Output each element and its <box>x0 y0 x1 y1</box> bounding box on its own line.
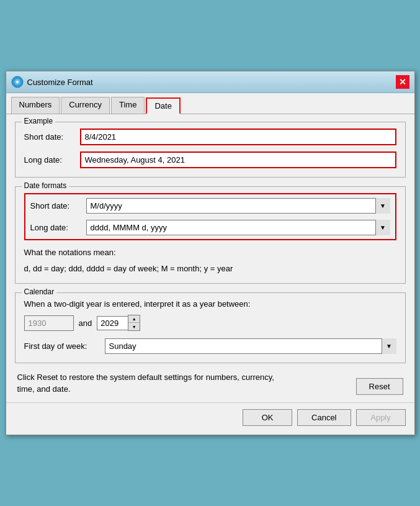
tab-currency[interactable]: Currency <box>61 97 110 114</box>
reset-text: Click Reset to restore the system defaul… <box>17 372 278 394</box>
spin-up-button[interactable]: ▲ <box>128 315 140 323</box>
tab-numbers[interactable]: Numbers <box>11 97 60 114</box>
date-formats-label: Date formats <box>22 181 69 190</box>
tab-time[interactable]: Time <box>111 97 145 114</box>
customize-format-dialog: Customize Format ✕ Numbers Currency Time… <box>6 71 415 435</box>
year-to-input[interactable] <box>97 316 128 330</box>
year-to-spinner: ▲ ▼ <box>97 315 140 331</box>
title-bar-left: Customize Format <box>11 76 93 88</box>
ok-button[interactable]: OK <box>243 409 292 426</box>
tab-bar: Numbers Currency Time Date <box>6 93 414 114</box>
spin-down-button[interactable]: ▼ <box>128 323 140 330</box>
short-date-format-row: Short date: M/d/yyyy M/d/yy MM/dd/yy MM/… <box>30 198 390 214</box>
long-date-format-row: Long date: dddd, MMMM d, yyyy MMMM d, yy… <box>30 220 390 235</box>
long-date-select-wrapper: dddd, MMMM d, yyyy MMMM d, yyyy dddd, d … <box>86 220 390 235</box>
date-formats-bordered: Short date: M/d/yyyy M/d/yy MM/dd/yy MM/… <box>24 193 396 240</box>
main-content: Example Short date: Long date: Date form… <box>6 114 414 402</box>
calendar-section: Calendar When a two-digit year is entere… <box>15 292 406 363</box>
example-section: Example Short date: Long date: <box>15 122 406 178</box>
short-date-select-wrapper: M/d/yyyy M/d/yy MM/dd/yy MM/dd/yyyy yy/M… <box>86 198 390 214</box>
example-section-label: Example <box>22 117 56 125</box>
long-date-select[interactable]: dddd, MMMM d, yyyy MMMM d, yyyy dddd, d … <box>86 220 390 235</box>
window-title: Customize Format <box>27 78 93 87</box>
long-date-example-row: Long date: <box>24 151 396 168</box>
short-date-format-label: Short date: <box>30 201 86 210</box>
notation-header: What the notations mean: <box>24 246 396 259</box>
short-date-select[interactable]: M/d/yyyy M/d/yy MM/dd/yy MM/dd/yyyy yy/M… <box>86 198 390 214</box>
long-date-format-label: Long date: <box>30 223 86 232</box>
short-date-example-label: Short date: <box>24 132 80 142</box>
first-day-label: First day of week: <box>24 341 105 351</box>
first-day-select[interactable]: Sunday Monday Tuesday Wednesday Thursday… <box>105 338 396 354</box>
notation-area: What the notations mean: d, dd = day; dd… <box>24 246 396 274</box>
first-day-select-wrapper: Sunday Monday Tuesday Wednesday Thursday… <box>105 338 396 354</box>
and-label: and <box>79 319 92 328</box>
short-date-example-row: Short date: <box>24 129 396 145</box>
short-date-example-input[interactable] <box>81 130 395 144</box>
close-button[interactable]: ✕ <box>396 75 409 89</box>
calendar-section-label: Calendar <box>22 287 57 296</box>
year-range-row: and ▲ ▼ <box>24 315 396 331</box>
notation-details: d, dd = day; ddd, dddd = day of week; M … <box>24 263 396 275</box>
window-icon <box>11 76 24 88</box>
title-bar: Customize Format ✕ <box>6 71 414 93</box>
reset-button[interactable]: Reset <box>356 378 403 395</box>
footer: OK Cancel Apply <box>6 402 414 435</box>
cancel-button[interactable]: Cancel <box>297 409 351 426</box>
long-date-example-input[interactable] <box>81 153 395 167</box>
apply-button[interactable]: Apply <box>356 409 406 426</box>
tab-date[interactable]: Date <box>146 97 180 114</box>
svg-point-2 <box>16 81 19 83</box>
two-digit-year-text: When a two-digit year is entered, interp… <box>24 299 396 309</box>
long-date-example-label: Long date: <box>24 155 80 165</box>
spin-buttons: ▲ ▼ <box>128 315 140 331</box>
first-day-row: First day of week: Sunday Monday Tuesday… <box>24 338 396 354</box>
date-formats-section: Date formats Short date: M/d/yyyy M/d/yy… <box>15 186 406 284</box>
reset-section: Click Reset to restore the system defaul… <box>15 372 406 394</box>
year-from-input <box>24 315 74 331</box>
